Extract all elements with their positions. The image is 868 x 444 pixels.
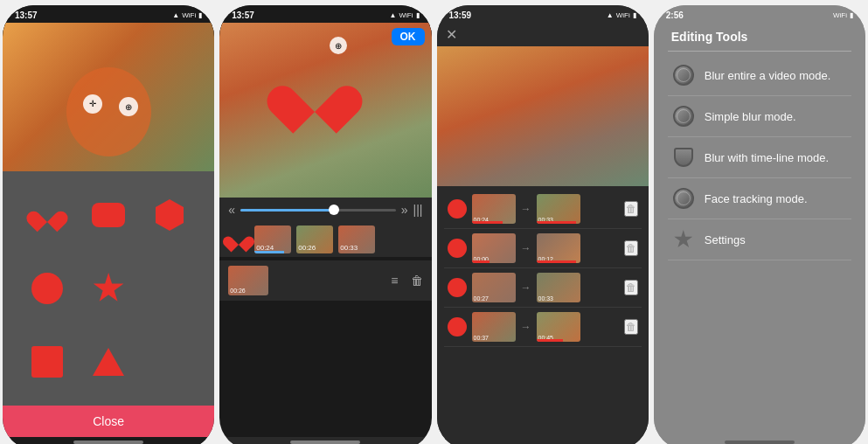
shape-circle[interactable] xyxy=(31,273,63,304)
trash-btn-1[interactable]: 🗑 xyxy=(624,201,638,217)
trash-btn-3[interactable]: 🗑 xyxy=(624,280,638,295)
battery-icon: ▮ xyxy=(198,11,202,19)
move-handle[interactable]: ✛ xyxy=(83,94,102,114)
et-item-timeline-blur[interactable]: Blur with time-line mode. xyxy=(668,137,851,178)
battery-icon-3: ▮ xyxy=(633,11,636,19)
blur-video-icon xyxy=(671,63,696,87)
heart-overlay[interactable] xyxy=(284,66,345,119)
timeline-slider[interactable] xyxy=(240,209,396,212)
single-clip-row: 00:26 ≡ 🗑 xyxy=(219,260,431,301)
clip-box-2a[interactable]: 00:00 xyxy=(472,233,516,263)
clip-bar-2b xyxy=(537,260,576,263)
close-x-button[interactable]: ✕ xyxy=(446,26,457,43)
slider-fill xyxy=(240,209,334,212)
et-item-simple-blur[interactable]: Simple blur mode. xyxy=(668,96,851,137)
battery-icon-4: ▮ xyxy=(850,11,853,19)
phone-2: 13:57 ▲ WiFi ▮ OK ⊕ « » ||| 00:24 00:26 xyxy=(219,5,431,444)
shape-empty-2 xyxy=(154,346,185,378)
clip-bar-1a xyxy=(472,221,503,224)
slider-thumb[interactable] xyxy=(329,205,339,215)
arrow-icon-3: → xyxy=(521,281,531,294)
blur-circle-1 xyxy=(673,65,694,86)
shape-square[interactable] xyxy=(31,346,63,378)
status-time-4: 2:56 xyxy=(666,10,684,20)
et-item-blur-video[interactable]: Blur entire a video mode. xyxy=(668,55,851,96)
shape-star[interactable] xyxy=(93,273,124,304)
clip-box-3b[interactable]: 00:33 xyxy=(537,273,580,302)
arrow-icon-4: → xyxy=(521,321,531,333)
single-clip-thumb[interactable]: 00:26 xyxy=(228,266,268,295)
drag-icon-2[interactable]: ⊕ xyxy=(330,37,347,54)
clip-box-4b[interactable]: 00:45 xyxy=(537,312,580,342)
home-bar-4 xyxy=(725,441,795,444)
phone3-header: ✕ xyxy=(437,23,649,46)
status-time-2: 13:57 xyxy=(232,10,254,20)
forward-button[interactable]: » xyxy=(401,203,408,217)
clip-item-1[interactable]: 00:24 → 00:33 🗑 xyxy=(444,190,642,229)
clip-box-3a[interactable]: 00:27 xyxy=(472,273,516,302)
status-bar-1: 13:57 ▲ WiFi ▮ xyxy=(3,5,214,23)
clip-thumb-end[interactable]: 00:33 xyxy=(338,225,375,253)
red-circle-1 xyxy=(448,199,467,219)
rewind-button[interactable]: « xyxy=(228,203,235,217)
video-bg-2: ⊕ xyxy=(219,23,431,198)
status-icons-1: ▲ WiFi ▮ xyxy=(172,11,202,19)
scale-handle[interactable]: ⊕ xyxy=(119,97,138,116)
clip-time-mid: 00:26 xyxy=(298,244,316,252)
separator-icon: ||| xyxy=(413,203,423,217)
shape-rounded-rect[interactable] xyxy=(92,203,125,227)
phone-1: 13:57 ▲ WiFi ▮ ✛ ⊕ Close xyxy=(3,5,214,444)
clip-item-2[interactable]: 00:00 → 00:12 🗑 xyxy=(444,229,642,268)
home-bar-2 xyxy=(290,441,360,444)
status-bar-2: 13:57 ▲ WiFi ▮ xyxy=(219,5,431,23)
clip-list: 00:24 → 00:33 🗑 00:00 → 00:12 🗑 xyxy=(437,186,649,444)
status-bar-4: 2:56 WiFi ▮ xyxy=(654,5,865,23)
clip-label-3b: 00:33 xyxy=(538,295,554,302)
settings-icon-container xyxy=(671,227,696,252)
clip-item-3[interactable]: 00:27 → 00:33 🗑 xyxy=(444,268,642,308)
home-bar-1 xyxy=(73,441,143,444)
trash-btn-2[interactable]: 🗑 xyxy=(624,240,638,256)
clip-row-1: 00:24 00:26 00:33 xyxy=(219,222,431,257)
edit-icon[interactable]: ≡ xyxy=(391,274,398,288)
status-time-1: 13:57 xyxy=(15,10,38,20)
clip-thumb-mid[interactable]: 00:26 xyxy=(296,225,333,253)
battery-icon-2: ▮ xyxy=(416,11,420,19)
shape-empty-1 xyxy=(154,273,185,304)
video-area-2: OK ⊕ xyxy=(219,23,431,198)
clip-box-1a[interactable]: 00:24 xyxy=(472,194,516,224)
clip-bar-2a xyxy=(472,260,490,263)
ok-button[interactable]: OK xyxy=(392,28,425,45)
signal-icon-3: ▲ xyxy=(607,11,614,19)
clip-label-3a: 00:27 xyxy=(474,295,490,302)
signal-icon-2: ▲ xyxy=(390,11,397,19)
clip-box-4a[interactable]: 00:37 xyxy=(472,312,516,342)
blur-circle-2 xyxy=(673,106,694,127)
phone-3: 13:59 ▲ WiFi ▮ ✕ 00:24 → 00:33 🗑 xyxy=(437,5,649,444)
shape-hexagon[interactable] xyxy=(156,207,184,223)
et-item-face-track[interactable]: Face tracking mode. xyxy=(668,178,851,219)
status-icons-4: WiFi ▮ xyxy=(833,11,853,19)
shapes-panel xyxy=(3,171,214,406)
face-track-icon xyxy=(671,186,696,211)
home-indicator-1 xyxy=(3,437,214,444)
shape-heart[interactable] xyxy=(33,203,61,227)
video-area-3 xyxy=(437,46,649,186)
red-circle-3 xyxy=(448,278,467,297)
arrow-icon-1: → xyxy=(521,203,531,215)
clip-thumb-start[interactable]: 00:24 xyxy=(254,225,291,253)
trash-btn-4[interactable]: 🗑 xyxy=(624,319,638,335)
shield-icon xyxy=(674,148,693,167)
trash-icon-2[interactable]: 🗑 xyxy=(411,274,423,288)
clip-heart-icon xyxy=(228,230,249,249)
shape-triangle[interactable] xyxy=(93,348,124,376)
home-indicator-2 xyxy=(219,437,431,444)
single-clip-time: 00:26 xyxy=(230,288,246,294)
wifi-icon-2: WiFi xyxy=(399,11,413,19)
wifi-icon-4: WiFi xyxy=(833,11,847,19)
et-item-settings[interactable]: Settings xyxy=(668,219,851,260)
clip-box-1b[interactable]: 00:33 xyxy=(537,194,580,224)
clip-box-2b[interactable]: 00:12 xyxy=(537,233,580,263)
clip-item-4[interactable]: 00:37 → 00:45 🗑 xyxy=(444,308,642,347)
close-button[interactable]: Close xyxy=(3,406,214,437)
